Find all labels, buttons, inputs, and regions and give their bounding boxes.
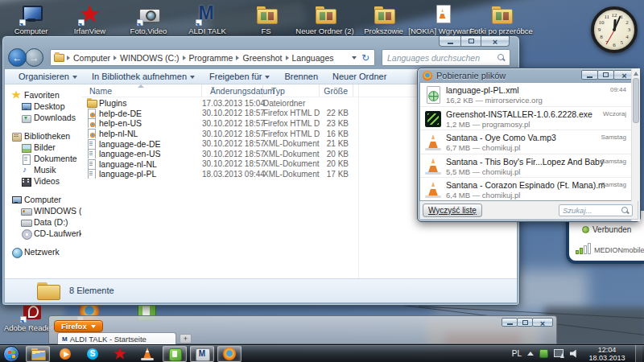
taskbar-button[interactable] [26, 346, 50, 362]
browser-tab[interactable]: ALDI TALK - Startseite [57, 332, 176, 345]
connection-status-label: Verbunden [592, 225, 631, 234]
sidebar-item-icon [21, 229, 31, 238]
taskbar-button[interactable] [108, 346, 132, 362]
scrollbar-thumb[interactable] [633, 78, 639, 123]
sidebar-item[interactable]: Bilder [5, 142, 81, 153]
download-file-icon [424, 110, 442, 128]
firefox-menu-button[interactable]: Firefox [54, 320, 103, 332]
desktop-icon-label: Foto,Video [130, 27, 167, 35]
desktop-icon[interactable]: Computer [2, 4, 60, 35]
taskbar-button[interactable] [217, 346, 242, 362]
address-bar[interactable]: Computer WINDOWS (C:) Programme Greensho… [50, 49, 375, 66]
taskbar-button[interactable] [163, 346, 187, 362]
clock-numeral: 2 [625, 19, 629, 26]
desktop-icon[interactable]: Fotki po przeróbce [472, 4, 530, 35]
column-header-date[interactable]: Änderungsdatum [202, 84, 263, 97]
toolbar-button[interactable]: Organisieren [11, 72, 85, 81]
desktop-icon[interactable]: IrfanView [60, 4, 119, 35]
maximize-button[interactable] [597, 70, 614, 80]
minimize-button[interactable] [581, 70, 598, 80]
download-item[interactable]: language-pl-PL.xml 16,2 KB — mirrorservi… [420, 83, 638, 107]
refresh-button[interactable] [358, 52, 373, 64]
file-type: Dateiordner [263, 99, 320, 108]
taskbar-button[interactable] [80, 346, 105, 362]
downloads-scrollbar[interactable] [631, 68, 640, 221]
minimize-button[interactable] [502, 318, 518, 327]
network-tray-icon[interactable] [554, 349, 564, 358]
sidebar-item[interactable]: Desktop [5, 101, 81, 112]
sidebar-item[interactable]: Dokumente [5, 153, 81, 164]
download-item[interactable]: Santana - Corazon Espinado (Ft. Mana).mp… [420, 178, 638, 201]
download-item[interactable]: Santana - Oye Como Va.mp3 6,7 MB — chomi… [420, 130, 638, 154]
maximize-button[interactable] [460, 36, 481, 47]
toolbar-button[interactable]: In Bibliothek aufnehmen [85, 72, 202, 81]
desktop-icon[interactable]: [NOKIA] Wgrywanie [413, 4, 472, 35]
sidebar-item[interactable]: CD-Laufwerk (F:) ME [5, 228, 81, 239]
start-button[interactable] [3, 346, 19, 362]
connection-status-row: Verbunden [582, 225, 631, 234]
breadcrumb-item[interactable]: Languages [290, 53, 336, 63]
close-button[interactable] [481, 36, 510, 47]
clock-numeral: 1 [621, 14, 624, 20]
file-size: 16 KB [320, 130, 353, 138]
sidebar-item[interactable]: Data (D:) [5, 216, 81, 228]
sidebar-item[interactable]: Favoriten [5, 89, 81, 101]
close-button[interactable] [532, 318, 553, 327]
screen: Computer IrfanView Foto,Video ALDI TALK … [0, 0, 644, 362]
sidebar-item[interactable]: Downloads [5, 112, 81, 123]
taskbar-button[interactable] [135, 346, 159, 362]
toolbar-button[interactable]: Freigeben für [202, 72, 277, 81]
taskbar-button[interactable] [190, 346, 214, 362]
back-button[interactable] [8, 48, 27, 67]
minimize-button[interactable] [439, 36, 461, 47]
forward-button[interactable] [25, 48, 43, 67]
sidebar-item[interactable]: Bibliotheken [5, 130, 81, 142]
chevron-down-icon [72, 76, 77, 79]
sidebar-item[interactable]: Videos [5, 175, 81, 187]
file-name: language-pl-PL [99, 169, 156, 179]
scroll-up-icon [634, 72, 638, 76]
breadcrumb-separator-icon [236, 56, 239, 60]
file-icon [86, 98, 97, 108]
column-header-name[interactable]: Name [81, 84, 202, 97]
breadcrumb-item[interactable]: Computer [71, 53, 113, 63]
desktop-icon[interactable]: FS [237, 4, 295, 35]
sidebar-item[interactable]: Netzwerk [5, 246, 81, 257]
sidebar-item[interactable]: WINDOWS (C:) [5, 205, 81, 216]
volume-icon[interactable] [570, 349, 579, 358]
sidebar-item-icon [21, 143, 31, 152]
address-dropdown-button[interactable] [347, 56, 358, 60]
desktop-icon-label: IrfanView [74, 27, 105, 35]
column-header-type[interactable]: Typ [263, 84, 320, 97]
breadcrumb-item[interactable]: WINDOWS (C:) [118, 53, 182, 63]
sidebar-item[interactable]: Computer [5, 194, 81, 205]
explorer-search-input[interactable]: Languages durchsuchen [382, 49, 510, 66]
breadcrumb-item[interactable]: Greenshot [240, 53, 284, 63]
toolbar-button[interactable]: Neuer Ordner [325, 72, 394, 81]
breadcrumb-item[interactable]: Programme [187, 53, 236, 63]
file-icon [86, 118, 97, 128]
taskbar-button[interactable] [53, 346, 77, 362]
desktop-icon[interactable]: ALDI TALK [178, 4, 237, 35]
show-desktop-button[interactable] [635, 345, 642, 362]
downloads-search-input[interactable]: Szukaj... [559, 204, 633, 216]
shortcut-arrow-icon [196, 19, 202, 26]
desktop-icon[interactable]: Prokszowie [354, 4, 413, 35]
new-tab-button[interactable]: + [180, 334, 192, 343]
desktop-icon[interactable]: Neuer Ordner (2) [295, 4, 354, 35]
clear-list-button[interactable]: Wyczyść listę [423, 204, 482, 217]
sidebar-item[interactable]: Musik [5, 164, 81, 175]
column-header-size[interactable]: Größe [320, 84, 353, 97]
taskbar-clock[interactable]: 12:04 18.03.2013 [584, 346, 630, 362]
download-item[interactable]: Santana - This Boy's Fir...Lopez And Bab… [420, 154, 638, 179]
desktop-icon[interactable]: Foto,Video [119, 4, 178, 35]
clock-gadget[interactable]: 121234567891011 [591, 6, 638, 53]
download-item[interactable]: Greenshot-INSTALLER-1.0.6.2228.exe 1,2 M… [420, 107, 638, 131]
breadcrumb-segment: Languages [285, 53, 336, 63]
language-indicator[interactable]: PL [512, 349, 522, 358]
toolbar-button[interactable]: Brennen [277, 72, 325, 81]
maximize-button[interactable] [517, 318, 533, 327]
show-hidden-icons-button[interactable] [527, 352, 534, 356]
desktop-icon-label: Neuer Ordner (2) [295, 27, 353, 35]
tray-app-icon[interactable] [539, 349, 548, 358]
